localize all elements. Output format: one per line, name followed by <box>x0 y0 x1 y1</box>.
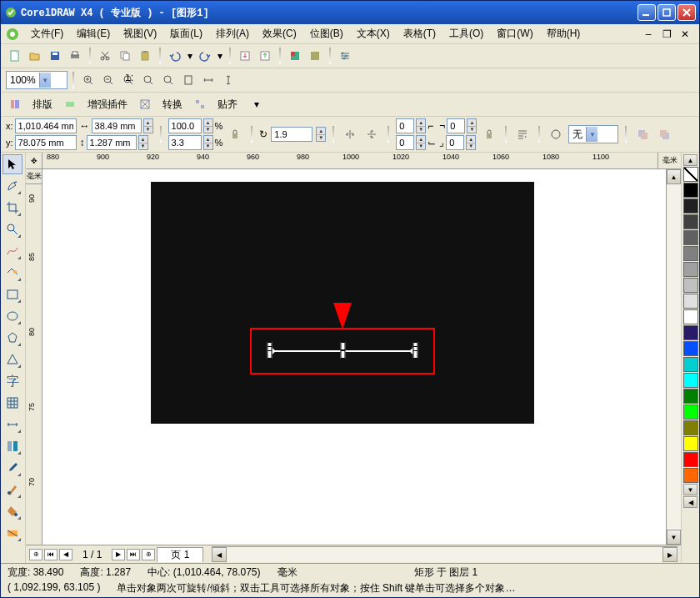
last-page-button[interactable]: ⏭ <box>127 549 140 560</box>
mdi-restore-button[interactable]: ❐ <box>658 25 676 43</box>
swatch-yellow[interactable] <box>683 436 698 451</box>
import-button[interactable] <box>236 47 254 65</box>
palette-expand-button[interactable]: ◀ <box>683 496 698 508</box>
page-tab-1[interactable]: 页 1 <box>157 547 203 562</box>
tool-text[interactable]: 字 <box>2 371 22 391</box>
paste-button[interactable] <box>136 47 154 65</box>
tool-outline[interactable] <box>2 480 22 500</box>
addon-plugins[interactable]: 增强插件 <box>81 96 134 113</box>
menu-window[interactable]: 窗口(W) <box>490 25 539 43</box>
corner3-input[interactable] <box>447 118 465 133</box>
print-button[interactable] <box>66 47 84 65</box>
tool-basic-shapes[interactable] <box>2 349 22 369</box>
wrap-text-button[interactable] <box>513 125 532 143</box>
corner4-input[interactable] <box>446 135 464 150</box>
corner1-input[interactable] <box>396 118 414 133</box>
selected-shape[interactable] <box>270 346 416 354</box>
lock-corners-button[interactable] <box>480 125 498 143</box>
first-page-button[interactable]: ⏮ <box>44 549 58 560</box>
resize-handle-b[interactable] <box>340 350 345 359</box>
angle-spinner[interactable]: ▲▼ <box>316 127 326 142</box>
drawing-background-rect[interactable] <box>151 182 534 424</box>
menu-table[interactable]: 表格(T) <box>397 25 442 43</box>
app-launcher-button[interactable] <box>286 47 304 65</box>
swatch-cyan[interactable] <box>683 357 698 372</box>
tool-zoom[interactable] <box>2 219 22 239</box>
tool-fill[interactable] <box>2 501 22 521</box>
menu-bitmap[interactable]: 位图(B) <box>303 25 350 43</box>
addon-layout[interactable]: 排版 <box>26 96 59 113</box>
outline-width-combo[interactable]: 无▼ <box>568 125 618 143</box>
swatch-gray75[interactable] <box>683 278 698 293</box>
zoom-100-button[interactable]: 1:1 <box>119 71 138 89</box>
canvas[interactable] <box>42 169 666 545</box>
layout-icon[interactable] <box>6 95 24 113</box>
swatch-olive[interactable] <box>683 420 698 435</box>
scroll-left-button[interactable]: ◀ <box>212 547 227 562</box>
menu-effect[interactable]: 效果(C) <box>256 25 303 43</box>
menu-help[interactable]: 帮助(H) <box>540 25 588 43</box>
redo-button[interactable] <box>196 47 214 65</box>
zoom-out-button[interactable] <box>99 71 118 89</box>
mirror-v-button[interactable] <box>362 125 381 143</box>
tool-interactive[interactable] <box>2 436 22 456</box>
swatch-blue[interactable] <box>683 341 698 356</box>
scroll-right-button[interactable]: ▶ <box>662 547 678 562</box>
maximize-button[interactable] <box>658 4 676 21</box>
sy-spinner[interactable]: ▲▼ <box>203 135 213 150</box>
swatch-red[interactable] <box>683 452 698 467</box>
corner2-input[interactable] <box>396 135 414 150</box>
tool-dimension[interactable] <box>2 415 22 435</box>
swatch-green[interactable] <box>683 389 698 404</box>
zoom-in-button[interactable] <box>79 71 98 89</box>
transform-icon[interactable] <box>136 95 154 113</box>
addon-snap[interactable]: 贴齐 <box>211 96 244 113</box>
ruler-corner[interactable]: ✥ <box>26 153 42 169</box>
width-spinner[interactable]: ▲▼ <box>143 118 153 133</box>
scroll-up-button[interactable]: ▲ <box>667 169 681 184</box>
x-input[interactable] <box>15 118 77 133</box>
height-input[interactable] <box>87 135 137 150</box>
palette-down-button[interactable]: ▼ <box>683 484 698 495</box>
resize-handle-br[interactable] <box>413 350 418 359</box>
swatch-gray10[interactable] <box>683 198 698 214</box>
swatch-white[interactable] <box>683 309 698 324</box>
zoom-width-button[interactable] <box>199 71 218 89</box>
menu-arrange[interactable]: 排列(A) <box>209 25 256 43</box>
add-page-start-button[interactable]: ⊕ <box>29 549 42 560</box>
swatch-gray50[interactable] <box>683 246 698 261</box>
sx-spinner[interactable]: ▲▼ <box>203 118 213 133</box>
swatch-gray25[interactable] <box>683 214 698 229</box>
close-button[interactable] <box>678 4 696 21</box>
c2-spinner[interactable]: ▲▼ <box>416 135 426 150</box>
plugin-icon[interactable] <box>61 95 79 113</box>
prev-page-button[interactable]: ◀ <box>59 549 72 560</box>
export-button[interactable] <box>256 47 274 65</box>
swatch-gray60[interactable] <box>683 262 698 277</box>
save-button[interactable] <box>46 47 64 65</box>
angle-input[interactable] <box>271 127 312 142</box>
swatch-darkblue[interactable] <box>683 325 698 340</box>
tool-ellipse[interactable] <box>2 306 22 326</box>
swatch-orange[interactable] <box>683 468 698 483</box>
swatch-none[interactable] <box>683 167 698 182</box>
resize-handle-bl[interactable] <box>268 350 272 359</box>
redo-dd-button[interactable]: ▾ <box>216 47 224 65</box>
copy-button[interactable] <box>116 47 134 65</box>
width-input[interactable] <box>92 118 142 133</box>
minimize-button[interactable] <box>638 4 656 21</box>
mdi-minimize-button[interactable]: – <box>639 25 658 43</box>
cut-button[interactable] <box>96 47 114 65</box>
to-back-button[interactable] <box>655 125 673 143</box>
tool-shape[interactable] <box>2 176 22 196</box>
options-button[interactable] <box>336 47 354 65</box>
tool-pick[interactable] <box>2 154 22 174</box>
to-front-button[interactable] <box>633 125 652 143</box>
addon-transform[interactable]: 转换 <box>156 96 189 113</box>
zoom-page-button[interactable] <box>179 71 198 89</box>
c4-spinner[interactable]: ▲▼ <box>466 135 476 150</box>
mirror-h-button[interactable] <box>341 125 359 143</box>
menu-edit[interactable]: 编辑(E) <box>70 25 117 43</box>
open-button[interactable] <box>26 47 44 65</box>
mdi-close-button[interactable]: ✕ <box>676 25 694 43</box>
